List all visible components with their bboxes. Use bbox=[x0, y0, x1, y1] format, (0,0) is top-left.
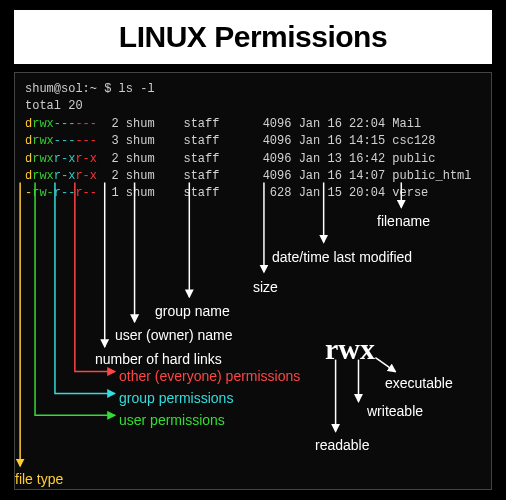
total-line: total 20 bbox=[25, 98, 481, 115]
label-readable: readable bbox=[315, 435, 370, 455]
label-filetype: file type bbox=[15, 469, 63, 489]
label-filename: filename bbox=[377, 211, 430, 231]
label-other-perm: other (everyone) permissions bbox=[119, 366, 300, 386]
svg-line-6 bbox=[375, 358, 395, 372]
table-row: drwx------ 2 shum staff 4096 Jan 16 22:0… bbox=[25, 116, 481, 133]
label-username: user (owner) name bbox=[115, 325, 233, 345]
label-size: size bbox=[253, 277, 278, 297]
shell-prompt: shum@sol:~ $ ls -l bbox=[25, 81, 481, 98]
terminal-panel: shum@sol:~ $ ls -l total 20 drwx------ 2… bbox=[14, 72, 492, 490]
table-row: drwx------ 3 shum staff 4096 Jan 16 14:1… bbox=[25, 133, 481, 150]
label-groupname: group name bbox=[155, 301, 230, 321]
label-datetime: date/time last modified bbox=[272, 247, 412, 267]
ls-output: drwx------ 2 shum staff 4096 Jan 16 22:0… bbox=[25, 116, 481, 203]
label-rwx: rwx bbox=[325, 327, 375, 371]
label-user-perm: user permissions bbox=[119, 410, 225, 430]
table-row: -rw-r--r-- 1 shum staff 628 Jan 15 20:04… bbox=[25, 185, 481, 202]
table-row: drwxr-xr-x 2 shum staff 4096 Jan 13 16:4… bbox=[25, 151, 481, 168]
table-row: drwxr-xr-x 2 shum staff 4096 Jan 16 14:0… bbox=[25, 168, 481, 185]
label-writeable: writeable bbox=[367, 401, 423, 421]
page-title: LINUX Permissions bbox=[14, 10, 492, 64]
label-hardlinks: number of hard links bbox=[95, 349, 222, 369]
label-group-perm: group permissions bbox=[119, 388, 233, 408]
label-executable: executable bbox=[385, 373, 453, 393]
